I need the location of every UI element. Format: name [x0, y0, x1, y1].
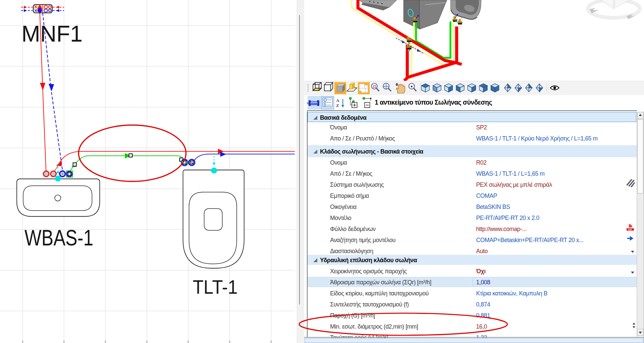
svg-text:MNF1: MNF1: [21, 21, 83, 46]
svg-text:WBAS-1: WBAS-1: [25, 225, 93, 250]
svg-text:TLT-1: TLT-1: [193, 276, 238, 298]
svg-text:Z: Z: [336, 103, 339, 108]
svg-text:A: A: [336, 98, 339, 103]
svg-text:PDF: PDF: [628, 229, 632, 231]
